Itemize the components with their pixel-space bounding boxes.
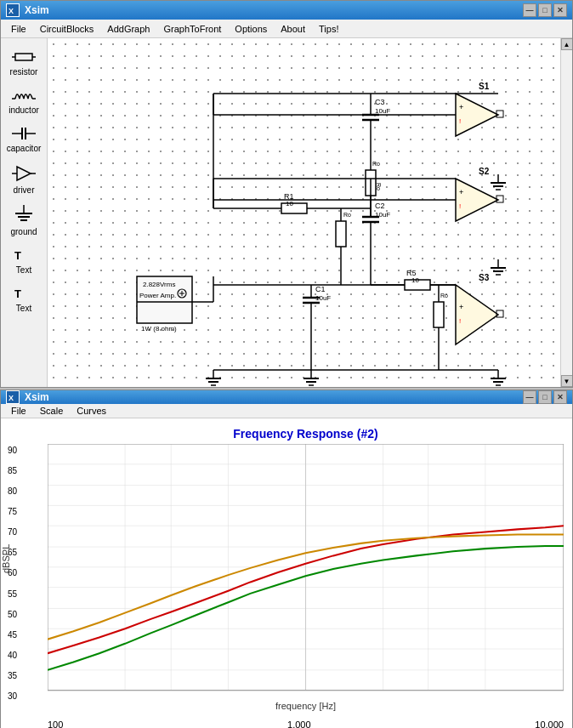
- frequency-response-chart: [48, 444, 564, 699]
- x-label-1000: 1,000: [287, 719, 311, 728]
- driver-label: driver: [13, 185, 34, 195]
- bottom-window: X Xsim — □ ✕ File Scale Curves Frequency…: [0, 390, 573, 728]
- menu-addgraph[interactable]: AddGraph: [100, 22, 156, 36]
- x-axis-title: frequency [Hz]: [48, 701, 564, 711]
- svg-text:Ro: Ro: [372, 161, 380, 167]
- svg-text:S2: S2: [479, 167, 490, 176]
- sidebar-item-resistor[interactable]: resistor: [9, 45, 40, 80]
- text2-label: Text: [16, 304, 31, 313]
- text-icon-2: T: [12, 285, 36, 302]
- svg-text:2.828Vrms: 2.828Vrms: [143, 281, 175, 288]
- top-title-bar: X Xsim — □ ✕: [1, 1, 572, 20]
- maximize-button-bottom[interactable]: □: [538, 390, 552, 404]
- top-main-area: resistor inductor capacitor: [1, 38, 572, 387]
- svg-marker-12: [17, 167, 31, 180]
- bottom-window-title: Xsim: [25, 391, 523, 403]
- app-icon-top: X: [6, 3, 20, 17]
- y-axis-labels: 90 85 80 75 70 65 60 55 50 45 40 35 30: [8, 446, 17, 701]
- circuit-svg: 2.828Vrms Power Amp. 1W (8 ohm): [48, 38, 558, 387]
- ground-label: ground: [10, 227, 37, 236]
- capacitor-icon: [12, 125, 36, 142]
- menu-circuitblocks[interactable]: CircuitBlocks: [33, 22, 101, 36]
- circuit-canvas[interactable]: 2.828Vrms Power Amp. 1W (8 ohm): [48, 38, 560, 387]
- menu-tips[interactable]: Tips!: [312, 22, 345, 36]
- svg-rect-93: [434, 302, 444, 327]
- svg-text:Ro: Ro: [343, 212, 351, 218]
- svg-text:X: X: [9, 394, 14, 402]
- y-axis-title: dBSPL: [1, 544, 11, 573]
- svg-text:10: 10: [411, 276, 419, 284]
- scroll-down-button[interactable]: ▼: [561, 375, 573, 387]
- maximize-button-top[interactable]: □: [538, 3, 552, 17]
- text-icon: T: [12, 247, 36, 264]
- sidebar-item-inductor[interactable]: inductor: [7, 83, 41, 118]
- resistor-label: resistor: [10, 67, 38, 77]
- minimize-button-bottom[interactable]: —: [523, 390, 536, 404]
- svg-text:Ro: Ro: [376, 183, 382, 191]
- scroll-up-button[interactable]: ▲: [561, 38, 573, 50]
- resistor-icon: [12, 48, 36, 65]
- chart-title: Frequency Response (#2): [48, 427, 564, 441]
- svg-text:!: !: [459, 117, 461, 125]
- svg-text:1W (8 ohm): 1W (8 ohm): [141, 325, 177, 333]
- svg-text:T: T: [14, 287, 21, 300]
- menu-curves[interactable]: Curves: [70, 404, 113, 418]
- svg-text:+: +: [459, 103, 463, 111]
- top-menu-bar: File CircuitBlocks AddGraph GraphToFront…: [1, 20, 572, 38]
- menu-about[interactable]: About: [274, 22, 312, 36]
- svg-text:10uF: 10uF: [375, 211, 390, 219]
- menu-graphtofront[interactable]: GraphToFront: [156, 22, 228, 36]
- capacitor-label: capacitor: [7, 144, 42, 153]
- top-window-controls: — □ ✕: [523, 3, 567, 17]
- svg-text:Power Amp.: Power Amp.: [139, 292, 176, 299]
- inductor-icon: [12, 87, 36, 104]
- bottom-title-bar: X Xsim — □ ✕: [1, 390, 572, 404]
- sidebar-item-capacitor[interactable]: capacitor: [5, 122, 43, 156]
- svg-text:Ro: Ro: [440, 293, 448, 299]
- svg-text:+: +: [459, 188, 463, 196]
- close-button-bottom[interactable]: ✕: [553, 390, 567, 404]
- svg-marker-96: [456, 94, 498, 136]
- svg-text:C2: C2: [375, 202, 385, 210]
- svg-text:10uF: 10uF: [375, 107, 390, 115]
- chart-svg: [48, 444, 564, 699]
- svg-text:+: +: [459, 303, 463, 311]
- sidebar-item-driver[interactable]: driver: [10, 160, 37, 198]
- close-button-top[interactable]: ✕: [553, 3, 567, 17]
- scrollbar-right[interactable]: ▲ ▼: [560, 38, 572, 387]
- svg-text:C3: C3: [375, 98, 385, 106]
- menu-options[interactable]: Options: [228, 22, 274, 36]
- menu-file-bottom[interactable]: File: [4, 404, 33, 418]
- menu-file-top[interactable]: File: [4, 22, 33, 36]
- top-window-title: Xsim: [25, 4, 523, 16]
- text1-label: Text: [16, 265, 31, 275]
- menu-scale[interactable]: Scale: [33, 404, 71, 418]
- top-window: X Xsim — □ ✕ File CircuitBlocks AddGraph…: [0, 0, 573, 388]
- svg-text:!: !: [459, 317, 461, 325]
- svg-text:S3: S3: [479, 273, 490, 282]
- svg-text:T: T: [14, 249, 21, 262]
- svg-text:10: 10: [286, 200, 293, 208]
- driver-icon: [12, 163, 36, 184]
- chart-area: Frequency Response (#2) S1 S2 S3: [1, 418, 572, 728]
- svg-text:C1: C1: [315, 285, 326, 293]
- svg-text:10uF: 10uF: [315, 294, 331, 302]
- bottom-window-controls: — □ ✕: [523, 390, 567, 404]
- sidebar: resistor inductor capacitor: [1, 38, 48, 387]
- svg-text:S1: S1: [479, 82, 490, 91]
- x-label-10000: 10,000: [535, 719, 564, 728]
- bottom-menu-bar: File Scale Curves: [1, 404, 572, 418]
- svg-marker-112: [456, 285, 498, 344]
- svg-rect-3: [15, 54, 32, 60]
- inductor-label: inductor: [9, 105, 39, 115]
- x-axis-labels: 100 1,000 10,000: [48, 719, 564, 728]
- sidebar-item-text1[interactable]: T Text: [10, 243, 37, 278]
- ground-icon: [12, 205, 36, 225]
- sidebar-item-ground[interactable]: ground: [9, 202, 38, 240]
- svg-text:X: X: [9, 7, 14, 15]
- app-icon-bottom: X: [6, 390, 20, 404]
- minimize-button-top[interactable]: —: [523, 3, 536, 17]
- sidebar-item-text2[interactable]: T Text: [10, 282, 37, 316]
- svg-text:!: !: [459, 202, 461, 210]
- x-label-100: 100: [48, 719, 63, 728]
